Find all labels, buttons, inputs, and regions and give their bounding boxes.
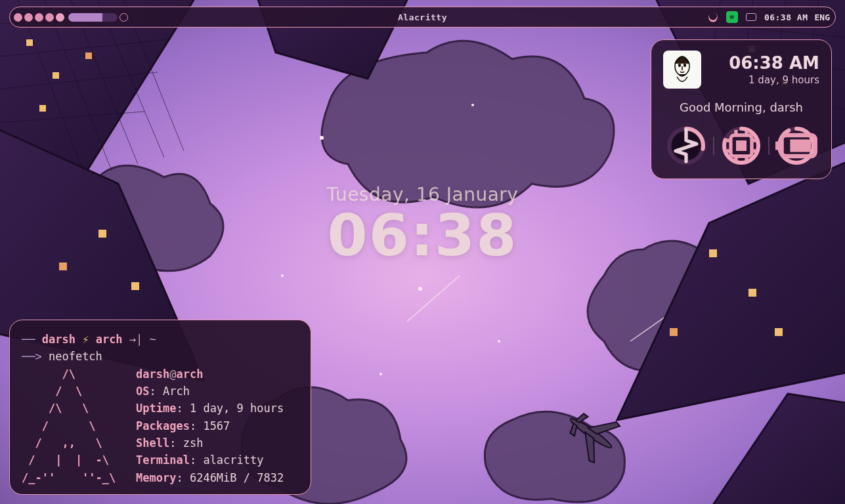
svg-point-5 — [471, 104, 474, 106]
svg-rect-38 — [131, 282, 139, 290]
svg-point-6 — [281, 274, 284, 277]
workspace-indicator[interactable] — [14, 13, 128, 22]
svg-rect-71 — [775, 142, 782, 150]
avatar[interactable] — [663, 51, 701, 89]
svg-rect-72 — [791, 139, 812, 152]
desktop-clock-widget: Tuesday, 16 January 06:38 — [327, 184, 519, 264]
memory-gauge[interactable] — [720, 125, 762, 167]
desktop-time: 06:38 — [327, 207, 519, 264]
svg-rect-35 — [39, 105, 46, 112]
cpu-gauge[interactable] — [665, 125, 707, 167]
svg-point-1 — [320, 136, 324, 140]
svg-rect-43 — [670, 328, 678, 336]
workspace-dot-empty[interactable] — [119, 13, 128, 22]
workspace-dot[interactable] — [24, 13, 33, 22]
gauge-separator — [713, 136, 714, 155]
workspace-active-pill[interactable] — [68, 13, 118, 22]
widget-time: 06:38 AM — [710, 53, 819, 73]
svg-rect-32 — [26, 39, 33, 46]
top-bar: Alacritty 06:38 AM ENG — [9, 7, 836, 28]
topbar-clock[interactable]: 06:38 AM — [764, 12, 808, 22]
monitor-icon[interactable] — [745, 10, 758, 24]
spotify-icon[interactable] — [726, 11, 738, 23]
svg-rect-37 — [59, 262, 67, 270]
battery-icon — [775, 125, 817, 167]
terminal-window[interactable]: ── darsh ⚡ arch →| ~ ──> neofetch /\ dar… — [9, 320, 311, 495]
greeting-text: Good Morning, darsh — [663, 100, 819, 114]
chip-icon — [720, 125, 762, 167]
lightning-icon: ⚡ — [82, 333, 89, 346]
svg-point-3 — [498, 340, 500, 343]
pulse-icon — [665, 125, 707, 167]
prompt-user: darsh — [42, 333, 76, 346]
svg-rect-59 — [736, 140, 747, 151]
workspace-dot[interactable] — [56, 13, 64, 22]
active-window-title: Alacritty — [398, 12, 447, 22]
widget-uptime: 1 day, 9 hours — [710, 74, 819, 86]
svg-point-52 — [679, 65, 680, 66]
firefox-icon[interactable] — [706, 10, 720, 24]
svg-point-2 — [418, 287, 422, 291]
command-text: neofetch — [49, 350, 102, 363]
svg-rect-33 — [53, 72, 59, 79]
prompt-host: arch — [96, 333, 123, 346]
prompt-path: ~ — [150, 333, 156, 346]
svg-point-53 — [684, 65, 685, 66]
dashboard-widget: 06:38 AM 1 day, 9 hours Good Morning, da… — [651, 39, 832, 179]
workspace-dot[interactable] — [35, 13, 43, 22]
svg-rect-42 — [748, 289, 756, 297]
workspace-dot[interactable] — [45, 13, 54, 22]
keyboard-layout[interactable]: ENG — [815, 12, 830, 22]
battery-gauge[interactable] — [775, 125, 817, 167]
workspace-dot[interactable] — [14, 13, 22, 22]
svg-rect-41 — [709, 249, 717, 257]
svg-rect-36 — [98, 230, 106, 238]
svg-rect-44 — [775, 328, 783, 336]
gauge-separator — [768, 136, 769, 155]
svg-rect-34 — [85, 52, 92, 59]
svg-point-4 — [379, 373, 382, 375]
